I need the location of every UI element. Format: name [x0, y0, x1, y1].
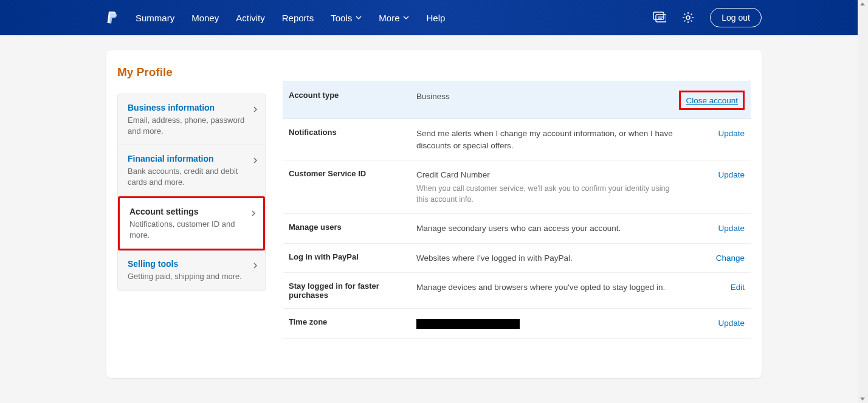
row-value: Send me alerts when I change my account …	[416, 128, 678, 151]
svg-rect-1	[656, 15, 666, 22]
nav-tools[interactable]: Tools	[331, 13, 362, 23]
logout-button[interactable]: Log out	[710, 8, 762, 27]
header-bar: Summary Money Activity Reports Tools Mor…	[0, 0, 868, 35]
chevron-right-icon	[253, 155, 258, 166]
update-link[interactable]: Update	[718, 224, 745, 233]
row-value-main: Credit Card Number	[416, 169, 678, 181]
row-action: Update	[678, 317, 745, 328]
nav-help[interactable]: Help	[426, 13, 445, 23]
row-label: Stay logged in for faster purchases	[289, 281, 416, 300]
row-value: Manage devices and browsers where you've…	[416, 281, 678, 294]
chevron-right-icon	[252, 208, 256, 219]
sidebar-item-title: Selling tools	[128, 259, 255, 269]
row-login-with-paypal: Log in with PayPal Websites where I've l…	[283, 244, 751, 274]
sidebar-item-desc: Getting paid, shipping and more.	[128, 271, 255, 282]
nav-more[interactable]: More	[379, 13, 409, 23]
row-action: Change	[678, 252, 745, 263]
scroll-down-icon	[860, 398, 865, 401]
sidebar-item-title: Account settings	[129, 207, 253, 216]
sidebar-item-desc: Email, address, phone, password and more…	[128, 115, 255, 136]
update-link[interactable]: Update	[718, 319, 745, 328]
row-value: Manage secondary users who can access yo…	[416, 222, 678, 235]
redacted-value	[416, 319, 520, 329]
left-column: My Profile Business information Email, a…	[117, 66, 266, 354]
close-account-link[interactable]: Close account	[686, 96, 738, 105]
row-manage-users: Manage users Manage secondary users who …	[283, 214, 751, 244]
row-label: Notifications	[289, 128, 416, 137]
update-link[interactable]: Update	[718, 170, 745, 179]
row-stay-logged-in: Stay logged in for faster purchases Mana…	[283, 273, 751, 309]
row-label: Customer Service ID	[289, 169, 416, 178]
update-link[interactable]: Update	[718, 129, 745, 138]
row-action: Update	[678, 169, 745, 180]
paypal-logo-icon[interactable]	[106, 11, 117, 24]
content-container: My Profile Business information Email, a…	[106, 50, 762, 378]
sidebar-item-title: Financial information	[128, 154, 255, 164]
change-link[interactable]: Change	[716, 253, 745, 263]
row-notifications: Notifications Send me alerts when I chan…	[283, 119, 751, 160]
sidebar-item-desc: Bank accounts, credit and debit cards an…	[128, 166, 255, 187]
gear-icon[interactable]	[682, 12, 694, 24]
scroll-up-icon	[860, 2, 865, 5]
row-action: Edit	[678, 281, 745, 292]
row-customer-service-id: Customer Service ID Credit Card Number W…	[283, 160, 751, 214]
sidebar-item-selling-tools[interactable]: Selling tools Getting paid, shipping and…	[118, 250, 265, 291]
sidebar-item-business-info[interactable]: Business information Email, address, pho…	[118, 94, 265, 145]
row-label: Manage users	[289, 222, 416, 232]
close-account-highlight: Close account	[679, 91, 745, 110]
nav-reports[interactable]: Reports	[282, 13, 314, 23]
chevron-down-icon	[403, 16, 409, 19]
page-title: My Profile	[117, 66, 266, 79]
vertical-scrollbar[interactable]	[858, 0, 868, 403]
row-action: Close account	[678, 91, 745, 110]
header-inner: Summary Money Activity Reports Tools Mor…	[106, 8, 762, 27]
svg-point-4	[686, 16, 690, 19]
row-value-sub: When you call customer service, we'll as…	[416, 183, 678, 205]
row-label: Account type	[289, 91, 416, 100]
nav-right: Log out	[653, 8, 762, 27]
messages-icon[interactable]	[653, 12, 666, 24]
nav-more-label: More	[379, 13, 399, 23]
chevron-down-icon	[356, 16, 362, 19]
sidebar-item-account-settings[interactable]: Account settings Notifications, customer…	[118, 196, 265, 250]
main-nav: Summary Money Activity Reports Tools Mor…	[136, 13, 653, 23]
row-time-zone: Time zone Update	[283, 309, 751, 339]
row-action: Update	[678, 128, 745, 139]
sidebar-item-financial-info[interactable]: Financial information Bank accounts, cre…	[118, 145, 265, 196]
row-value	[416, 317, 678, 329]
row-value: Websites where I've logged in with PayPa…	[416, 252, 678, 264]
settings-panel: Account type Business Close account Noti…	[283, 66, 751, 354]
row-value: Business	[416, 91, 678, 103]
nav-money[interactable]: Money	[191, 13, 219, 23]
nav-activity[interactable]: Activity	[236, 13, 265, 23]
svg-rect-0	[653, 12, 664, 19]
row-account-type: Account type Business Close account	[283, 81, 751, 119]
row-label: Time zone	[289, 317, 416, 326]
sidebar-item-title: Business information	[128, 103, 255, 112]
row-value: Credit Card Number When you call custome…	[416, 169, 678, 205]
edit-link[interactable]: Edit	[731, 283, 745, 292]
sidebar-item-desc: Notifications, customer ID and more.	[129, 219, 253, 240]
row-action: Update	[678, 222, 745, 233]
row-label: Log in with PayPal	[289, 252, 416, 261]
nav-tools-label: Tools	[331, 13, 352, 23]
chevron-right-icon	[253, 260, 258, 271]
nav-summary[interactable]: Summary	[136, 13, 174, 23]
profile-sidebar: Business information Email, address, pho…	[117, 94, 266, 291]
chevron-right-icon	[253, 104, 258, 115]
